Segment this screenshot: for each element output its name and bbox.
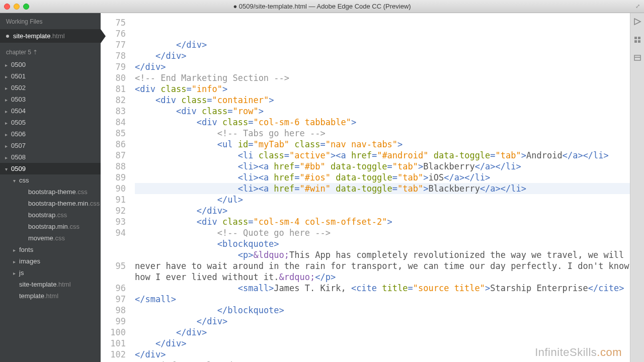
folder-0504[interactable]: 0504	[0, 105, 101, 117]
folder-0502[interactable]: 0502	[0, 82, 101, 94]
line-number: 80	[101, 72, 126, 83]
line-number: 92	[101, 205, 126, 216]
folder-0500[interactable]: 0500	[0, 59, 101, 70]
svg-rect-3	[638, 40, 640, 43]
code-line-85[interactable]: <li class="active"><a href="#android" da…	[135, 150, 630, 161]
working-files-header: Working Files	[0, 13, 101, 29]
code-line-93[interactable]: <blockquote>	[135, 238, 630, 249]
code-line-95[interactable]: <small>James T. Kirk, <cite title="sourc…	[135, 283, 630, 305]
folder-0503[interactable]: 0503	[0, 94, 101, 105]
line-number: 94	[101, 227, 126, 260]
folder-0509[interactable]: 0509	[0, 163, 101, 174]
folder-css[interactable]: css	[0, 174, 101, 186]
file-bootstrap-theme.min[interactable]: bootstrap-theme.min.css	[0, 198, 101, 209]
project-selector[interactable]: chapter 5 ⇡	[0, 43, 101, 59]
line-number: 83	[101, 106, 126, 117]
fullscreen-icon[interactable]: ⤢	[635, 3, 640, 10]
sidebar: Working Files site-template.html chapter…	[0, 13, 101, 362]
code-line-96[interactable]: </blockquote>	[135, 305, 630, 316]
code-line-75[interactable]: </div>	[135, 39, 630, 50]
folder-0506[interactable]: 0506	[0, 128, 101, 140]
code-pane[interactable]: </div> </div></div><!-- End Marketing Se…	[133, 13, 630, 362]
code-line-101[interactable]: <!-- info panel end -->	[135, 360, 630, 362]
window-controls	[0, 4, 29, 10]
line-number: 102	[101, 349, 126, 360]
svg-rect-1	[638, 37, 640, 39]
working-file-item[interactable]: site-template.html	[0, 29, 101, 43]
panel-icon[interactable]	[633, 53, 642, 62]
code-line-76[interactable]: </div>	[135, 50, 630, 61]
line-number: 91	[101, 194, 126, 205]
code-line-80[interactable]: <div class="container">	[135, 95, 630, 106]
line-number: 90	[101, 183, 126, 194]
code-line-91[interactable]: <div class="col-sm-4 col-sm-offset-2">	[135, 216, 630, 227]
file-tree: 0500050105020503050405050506050705080509…	[0, 59, 101, 362]
live-preview-icon[interactable]	[633, 17, 642, 26]
svg-rect-4	[634, 55, 640, 60]
line-number: 78	[101, 50, 126, 61]
line-number-gutter: 7576777879808182838485868788899091929394…	[101, 13, 133, 362]
zoom-window-button[interactable]	[23, 4, 29, 10]
code-line-89[interactable]: </ul>	[135, 194, 630, 205]
line-number: 93	[101, 216, 126, 227]
line-number: 88	[101, 161, 126, 172]
code-line-84[interactable]: <ul id="myTab" class="nav nav-tabs">	[135, 139, 630, 150]
folder-js[interactable]: js	[0, 267, 101, 279]
code-line-77[interactable]: </div>	[135, 61, 630, 72]
extensions-icon[interactable]	[633, 35, 642, 44]
code-line-82[interactable]: <div class="col-sm-6 tabbable">	[135, 117, 630, 128]
titlebar: ● 0509/site-template.html — Adobe Edge C…	[0, 0, 644, 13]
code-line-81[interactable]: <div class="row">	[135, 106, 630, 117]
line-number: 81	[101, 83, 126, 95]
code-line-97[interactable]: </div>	[135, 316, 630, 327]
folder-0508[interactable]: 0508	[0, 151, 101, 163]
window-title: ● 0509/site-template.html — Adobe Edge C…	[233, 3, 411, 10]
line-number: 82	[101, 95, 126, 106]
code-line-94[interactable]: <p>&ldquo;This App has completely revolu…	[135, 249, 630, 283]
svg-rect-2	[634, 40, 637, 43]
line-number: 79	[101, 61, 126, 72]
line-number: 96	[101, 283, 126, 294]
line-number: 99	[101, 316, 126, 327]
line-number: 100	[101, 327, 126, 338]
file-moveme[interactable]: moveme.css	[0, 232, 101, 244]
file-template[interactable]: template.html	[0, 290, 101, 302]
code-line-78[interactable]: <!-- End Marketing Section -->	[135, 72, 630, 83]
folder-fonts[interactable]: fonts	[0, 244, 101, 255]
code-line-88[interactable]: <li><a href="#win" data-toggle="tab">Bla…	[135, 183, 630, 194]
line-number: 97	[101, 294, 126, 305]
line-number: 101	[101, 338, 126, 349]
code-line-92[interactable]: <!-- Quote go here -->	[135, 227, 630, 238]
line-number: 89	[101, 172, 126, 183]
line-number: 75	[101, 17, 126, 28]
line-number: 98	[101, 305, 126, 316]
code-line-83[interactable]: <!-- Tabs go here -->	[135, 128, 630, 139]
file-site-template[interactable]: site-template.html	[0, 279, 101, 290]
watermark: InfiniteSkills.com	[535, 347, 622, 358]
svg-rect-0	[634, 37, 637, 39]
right-toolbar	[630, 13, 644, 362]
minimize-window-button[interactable]	[14, 4, 20, 10]
line-number: 95	[101, 260, 126, 283]
line-number: 87	[101, 150, 126, 161]
code-line-90[interactable]: </div>	[135, 205, 630, 216]
file-bootstrap.min[interactable]: bootstrap.min.css	[0, 221, 101, 232]
line-number: 84	[101, 117, 126, 128]
file-bootstrap-theme[interactable]: bootstrap-theme.css	[0, 186, 101, 198]
code-line-79[interactable]: <div class="info">	[135, 83, 630, 95]
working-file-name: site-template	[13, 32, 50, 40]
file-bootstrap[interactable]: bootstrap.css	[0, 209, 101, 221]
code-editor[interactable]: 7576777879808182838485868788899091929394…	[101, 13, 630, 362]
code-line-86[interactable]: <li><a href="#bb" data-toggle="tab">Blac…	[135, 161, 630, 172]
folder-0507[interactable]: 0507	[0, 140, 101, 151]
folder-0501[interactable]: 0501	[0, 70, 101, 82]
working-file-ext: .html	[50, 32, 64, 40]
code-line-98[interactable]: </div>	[135, 327, 630, 338]
line-number: 85	[101, 128, 126, 139]
line-number: 86	[101, 139, 126, 150]
close-window-button[interactable]	[4, 4, 10, 10]
folder-0505[interactable]: 0505	[0, 117, 101, 128]
code-line-87[interactable]: <li><a href="#ios" data-toggle="tab">iOS…	[135, 172, 630, 183]
folder-images[interactable]: images	[0, 255, 101, 267]
